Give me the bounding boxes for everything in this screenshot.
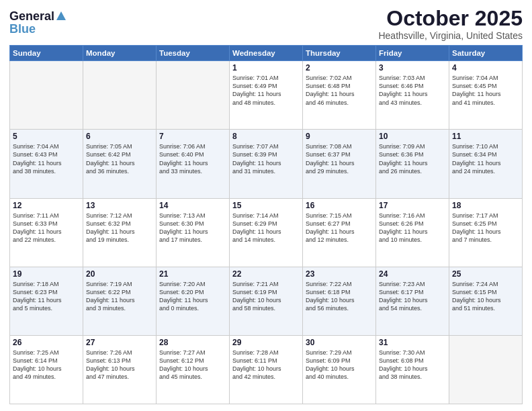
day-number: 21 — [159, 269, 226, 279]
table-cell: 13Sunrise: 7:12 AM Sunset: 6:32 PM Dayli… — [83, 198, 157, 267]
day-info: Sunrise: 7:26 AM Sunset: 6:13 PM Dayligh… — [86, 349, 153, 381]
day-info: Sunrise: 7:08 AM Sunset: 6:37 PM Dayligh… — [306, 142, 373, 175]
table-cell: 24Sunrise: 7:23 AM Sunset: 6:17 PM Dayli… — [376, 267, 449, 335]
table-cell: 22Sunrise: 7:21 AM Sunset: 6:19 PM Dayli… — [230, 267, 303, 335]
month-title: October 2025 — [378, 7, 523, 30]
day-info: Sunrise: 7:13 AM Sunset: 6:30 PM Dayligh… — [159, 212, 226, 244]
table-cell: 17Sunrise: 7:16 AM Sunset: 6:26 PM Dayli… — [376, 198, 449, 267]
day-info: Sunrise: 7:04 AM Sunset: 6:45 PM Dayligh… — [452, 74, 519, 107]
week-row-5: 26Sunrise: 7:25 AM Sunset: 6:14 PM Dayli… — [10, 335, 523, 404]
day-info: Sunrise: 7:17 AM Sunset: 6:25 PM Dayligh… — [452, 212, 519, 244]
table-cell: 23Sunrise: 7:22 AM Sunset: 6:18 PM Dayli… — [303, 267, 376, 335]
col-wednesday: Wednesday — [230, 46, 303, 61]
col-friday: Friday — [376, 46, 449, 61]
day-info: Sunrise: 7:03 AM Sunset: 6:46 PM Dayligh… — [379, 74, 446, 107]
day-info: Sunrise: 7:24 AM Sunset: 6:15 PM Dayligh… — [452, 280, 519, 313]
day-info: Sunrise: 7:07 AM Sunset: 6:39 PM Dayligh… — [232, 142, 300, 175]
day-number: 3 — [379, 63, 446, 73]
week-row-3: 12Sunrise: 7:11 AM Sunset: 6:33 PM Dayli… — [10, 198, 523, 267]
table-cell — [83, 61, 157, 130]
day-info: Sunrise: 7:30 AM Sunset: 6:08 PM Dayligh… — [379, 349, 446, 381]
day-info: Sunrise: 7:18 AM Sunset: 6:23 PM Dayligh… — [13, 280, 80, 313]
col-saturday: Saturday — [449, 46, 523, 61]
day-number: 13 — [86, 201, 153, 210]
col-tuesday: Tuesday — [157, 46, 230, 61]
table-cell: 26Sunrise: 7:25 AM Sunset: 6:14 PM Dayli… — [10, 335, 83, 404]
day-number: 16 — [306, 201, 373, 210]
day-number: 15 — [232, 201, 300, 210]
header: General Blue October 2025 Heathsville, V… — [9, 7, 523, 41]
day-number: 23 — [306, 269, 373, 279]
day-info: Sunrise: 7:25 AM Sunset: 6:14 PM Dayligh… — [13, 349, 80, 381]
week-row-4: 19Sunrise: 7:18 AM Sunset: 6:23 PM Dayli… — [10, 267, 523, 335]
day-number: 5 — [13, 132, 80, 141]
calendar-table: Sunday Monday Tuesday Wednesday Thursday… — [9, 45, 523, 404]
day-number: 19 — [13, 269, 80, 279]
day-info: Sunrise: 7:19 AM Sunset: 6:22 PM Dayligh… — [86, 280, 153, 313]
day-info: Sunrise: 7:05 AM Sunset: 6:42 PM Dayligh… — [86, 142, 153, 175]
day-info: Sunrise: 7:15 AM Sunset: 6:27 PM Dayligh… — [306, 212, 373, 244]
col-sunday: Sunday — [10, 46, 83, 61]
logo-blue: Blue — [9, 22, 36, 36]
table-cell: 15Sunrise: 7:14 AM Sunset: 6:29 PM Dayli… — [230, 198, 303, 267]
day-info: Sunrise: 7:11 AM Sunset: 6:33 PM Dayligh… — [13, 212, 80, 244]
table-cell: 19Sunrise: 7:18 AM Sunset: 6:23 PM Dayli… — [10, 267, 83, 335]
day-info: Sunrise: 7:27 AM Sunset: 6:12 PM Dayligh… — [159, 349, 226, 381]
header-row: Sunday Monday Tuesday Wednesday Thursday… — [10, 46, 523, 61]
day-info: Sunrise: 7:06 AM Sunset: 6:40 PM Dayligh… — [159, 142, 226, 175]
table-cell: 16Sunrise: 7:15 AM Sunset: 6:27 PM Dayli… — [303, 198, 376, 267]
day-number: 2 — [306, 63, 373, 73]
table-cell: 27Sunrise: 7:26 AM Sunset: 6:13 PM Dayli… — [83, 335, 157, 404]
day-info: Sunrise: 7:02 AM Sunset: 6:48 PM Dayligh… — [306, 74, 373, 107]
table-cell: 9Sunrise: 7:08 AM Sunset: 6:37 PM Daylig… — [303, 130, 376, 198]
day-number: 17 — [379, 201, 446, 210]
day-info: Sunrise: 7:09 AM Sunset: 6:36 PM Dayligh… — [379, 142, 446, 175]
day-number: 24 — [379, 269, 446, 279]
day-info: Sunrise: 7:12 AM Sunset: 6:32 PM Dayligh… — [86, 212, 153, 244]
table-cell — [449, 335, 523, 404]
table-cell: 11Sunrise: 7:10 AM Sunset: 6:34 PM Dayli… — [449, 130, 523, 198]
day-number: 18 — [452, 201, 519, 210]
day-number: 30 — [306, 338, 373, 347]
table-cell: 3Sunrise: 7:03 AM Sunset: 6:46 PM Daylig… — [376, 61, 449, 130]
day-info: Sunrise: 7:04 AM Sunset: 6:43 PM Dayligh… — [13, 142, 80, 175]
day-info: Sunrise: 7:22 AM Sunset: 6:18 PM Dayligh… — [306, 280, 373, 313]
logo-triangle-icon — [56, 11, 66, 20]
col-thursday: Thursday — [303, 46, 376, 61]
table-cell: 10Sunrise: 7:09 AM Sunset: 6:36 PM Dayli… — [376, 130, 449, 198]
table-cell: 18Sunrise: 7:17 AM Sunset: 6:25 PM Dayli… — [449, 198, 523, 267]
table-cell: 2Sunrise: 7:02 AM Sunset: 6:48 PM Daylig… — [303, 61, 376, 130]
day-number: 4 — [452, 63, 519, 73]
table-cell: 5Sunrise: 7:04 AM Sunset: 6:43 PM Daylig… — [10, 130, 83, 198]
day-number: 26 — [13, 338, 80, 347]
day-number: 31 — [379, 338, 446, 347]
day-number: 29 — [232, 338, 300, 347]
location: Heathsville, Virginia, United States — [378, 30, 523, 41]
week-row-2: 5Sunrise: 7:04 AM Sunset: 6:43 PM Daylig… — [10, 130, 523, 198]
title-block: October 2025 Heathsville, Virginia, Unit… — [378, 7, 523, 41]
day-number: 10 — [379, 132, 446, 141]
day-number: 22 — [232, 269, 300, 279]
day-info: Sunrise: 7:10 AM Sunset: 6:34 PM Dayligh… — [452, 142, 519, 175]
day-info: Sunrise: 7:23 AM Sunset: 6:17 PM Dayligh… — [379, 280, 446, 313]
table-cell: 30Sunrise: 7:29 AM Sunset: 6:09 PM Dayli… — [303, 335, 376, 404]
table-cell: 28Sunrise: 7:27 AM Sunset: 6:12 PM Dayli… — [157, 335, 230, 404]
table-cell: 7Sunrise: 7:06 AM Sunset: 6:40 PM Daylig… — [157, 130, 230, 198]
table-cell: 14Sunrise: 7:13 AM Sunset: 6:30 PM Dayli… — [157, 198, 230, 267]
day-number: 9 — [306, 132, 373, 141]
week-row-1: 1Sunrise: 7:01 AM Sunset: 6:49 PM Daylig… — [10, 61, 523, 130]
day-info: Sunrise: 7:14 AM Sunset: 6:29 PM Dayligh… — [232, 212, 300, 244]
day-info: Sunrise: 7:20 AM Sunset: 6:20 PM Dayligh… — [159, 280, 226, 313]
day-number: 14 — [159, 201, 226, 210]
col-monday: Monday — [83, 46, 157, 61]
day-number: 8 — [232, 132, 300, 141]
table-cell: 25Sunrise: 7:24 AM Sunset: 6:15 PM Dayli… — [449, 267, 523, 335]
day-number: 6 — [86, 132, 153, 141]
day-info: Sunrise: 7:29 AM Sunset: 6:09 PM Dayligh… — [306, 349, 373, 381]
table-cell: 1Sunrise: 7:01 AM Sunset: 6:49 PM Daylig… — [230, 61, 303, 130]
day-number: 12 — [13, 201, 80, 210]
day-info: Sunrise: 7:21 AM Sunset: 6:19 PM Dayligh… — [232, 280, 300, 313]
day-info: Sunrise: 7:28 AM Sunset: 6:11 PM Dayligh… — [232, 349, 300, 381]
day-number: 1 — [232, 63, 300, 73]
day-number: 27 — [86, 338, 153, 347]
